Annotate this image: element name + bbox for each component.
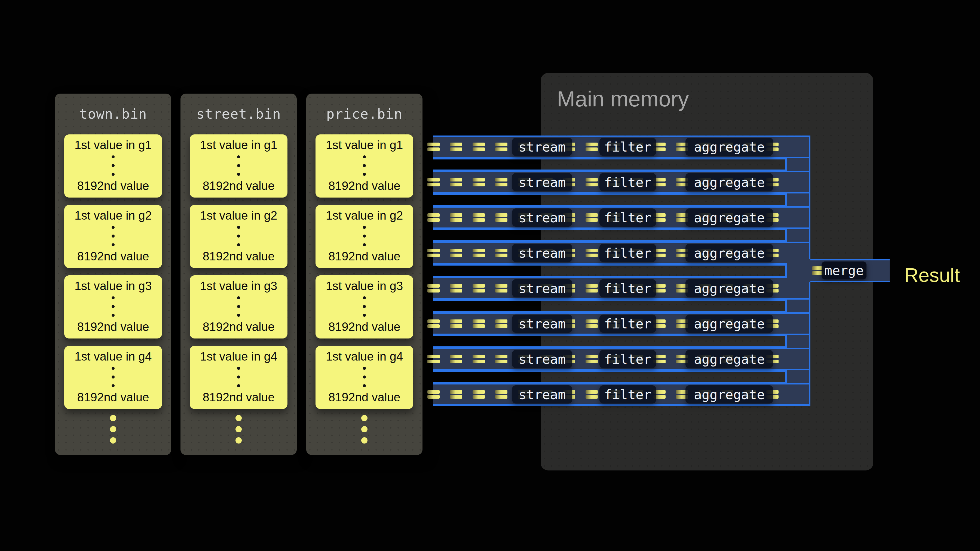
card-first-value: 1st value in g1 (75, 139, 152, 151)
dash-mark (495, 390, 508, 399)
merge-box: merge (822, 262, 867, 279)
value-card: 1st value in g28192nd value (190, 205, 288, 268)
ellipsis-dot (237, 243, 240, 246)
file-box-price.bin: price.bin1st value in g18192nd value1st … (306, 94, 423, 455)
value-card: 1st value in g18192nd value (190, 134, 288, 197)
pipeline-lane: streamfilteraggregate (433, 206, 810, 229)
card-list: 1st value in g18192nd value1st value in … (315, 134, 413, 409)
ellipsis-dot (235, 426, 242, 432)
pipeline-lane: streamfilteraggregate (433, 135, 810, 158)
stage-box-stream: stream (512, 244, 572, 262)
stage-box-stream: stream (512, 208, 572, 227)
card-last-value: 8192nd value (202, 179, 274, 192)
value-card: 1st value in g48192nd value (190, 346, 288, 409)
dash-mark (585, 178, 598, 186)
lane-spacer (433, 370, 787, 383)
card-list: 1st value in g18192nd value1st value in … (64, 134, 162, 409)
value-card: 1st value in g28192nd value (315, 205, 413, 268)
card-last-value: 8192nd value (328, 179, 400, 192)
stage-box-stream: stream (512, 279, 572, 297)
dash-mark (495, 249, 508, 257)
ellipsis-dot (111, 314, 115, 317)
stage-box-filter: filter (600, 385, 656, 403)
dash-mark (585, 355, 598, 363)
dash-mark (473, 355, 485, 363)
card-first-value: 1st value in g2 (326, 209, 403, 222)
dash-mark (427, 178, 440, 186)
card-ellipsis (111, 156, 115, 176)
dash-mark (585, 319, 598, 328)
ellipsis-dot (361, 437, 368, 443)
file-ellipsis (55, 415, 171, 443)
card-first-value: 1st value in g3 (200, 280, 277, 292)
card-first-value: 1st value in g1 (326, 139, 403, 151)
stage-box-aggregate: aggregate (686, 350, 773, 368)
card-ellipsis (363, 156, 366, 176)
dash-mark (473, 143, 485, 151)
ellipsis-dot (363, 305, 366, 308)
stage-box-filter: filter (600, 314, 656, 333)
card-last-value: 8192nd value (328, 391, 400, 403)
dash-mark (495, 284, 508, 292)
pipeline-lane: streamfilteraggregate (433, 383, 810, 406)
ellipsis-dot (237, 226, 240, 229)
lane-spacer (433, 300, 787, 312)
diagram-canvas: { "files": [ { "title": "town.bin", "car… (0, 0, 980, 551)
dash-mark (495, 178, 508, 186)
dash-mark (427, 213, 440, 222)
ellipsis-dot (111, 164, 115, 167)
dash-mark (495, 213, 508, 222)
dash-mark (473, 178, 485, 186)
ellipsis-dot (111, 305, 115, 308)
ellipsis-dot (363, 173, 366, 176)
card-ellipsis (111, 296, 115, 317)
ellipsis-dot (110, 426, 116, 432)
card-first-value: 1st value in g3 (75, 280, 152, 292)
ellipsis-dot (363, 156, 366, 158)
ellipsis-dot (111, 235, 115, 238)
lane-spacer (433, 229, 787, 241)
card-last-value: 8192nd value (77, 321, 149, 333)
stage-box-aggregate: aggregate (686, 208, 773, 227)
stage-box-aggregate: aggregate (686, 244, 773, 262)
stage-box-stream: stream (512, 173, 572, 191)
file-title: price.bin (306, 106, 423, 122)
ellipsis-dot (111, 375, 115, 378)
dash-mark (450, 390, 462, 399)
dash-mark (473, 319, 485, 328)
dash-mark (450, 178, 462, 186)
ellipsis-dot (237, 235, 240, 238)
card-ellipsis (363, 296, 366, 317)
value-card: 1st value in g38192nd value (315, 275, 413, 338)
dash-mark (473, 213, 485, 222)
dash-mark (427, 143, 440, 151)
ellipsis-dot (237, 296, 240, 299)
lane-spacer (433, 194, 787, 206)
ellipsis-dot (363, 375, 366, 378)
stage-box-aggregate: aggregate (686, 314, 773, 333)
ellipsis-dot (237, 305, 240, 308)
value-card: 1st value in g48192nd value (315, 346, 413, 409)
pipeline-lane: streamfilteraggregate (433, 348, 810, 370)
dash-mark (450, 319, 462, 328)
file-ellipsis (306, 415, 423, 443)
card-last-value: 8192nd value (202, 250, 274, 263)
ellipsis-dot (363, 314, 366, 317)
lane-spacer (433, 158, 787, 171)
ellipsis-dot (363, 367, 366, 370)
dash-mark (450, 143, 462, 151)
dash-mark (450, 249, 462, 257)
stage-box-filter: filter (600, 350, 656, 368)
ellipsis-dot (363, 226, 366, 229)
dash-mark (495, 143, 508, 151)
stage-box-aggregate: aggregate (686, 385, 773, 403)
dash-mark (473, 249, 485, 257)
ellipsis-dot (363, 164, 366, 167)
stage-box-stream: stream (512, 385, 572, 403)
stage-box-filter: filter (600, 173, 656, 191)
file-title: town.bin (55, 106, 171, 122)
value-card: 1st value in g18192nd value (315, 134, 413, 197)
value-card: 1st value in g38192nd value (190, 275, 288, 338)
dash-mark (495, 319, 508, 328)
pipeline-lane: streamfilteraggregate (433, 277, 810, 300)
